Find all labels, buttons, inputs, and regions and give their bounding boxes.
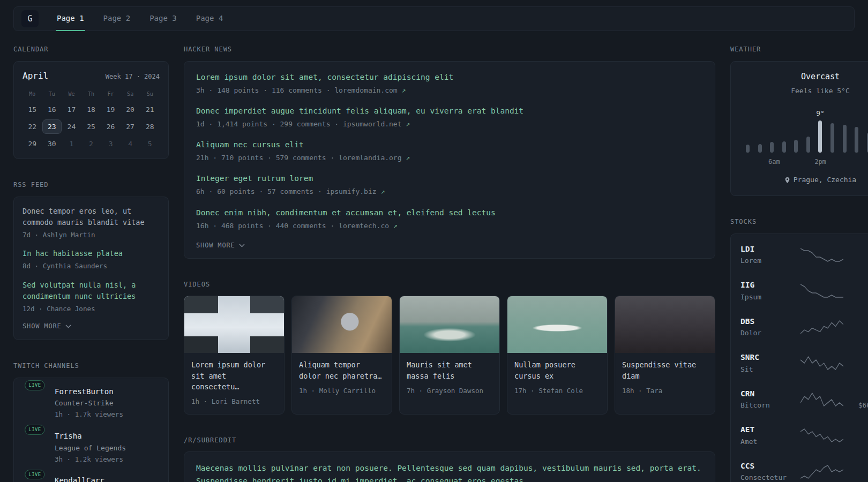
post-title-link[interactable]: Maecenas mollis pulvinar erat non posuer… <box>196 462 703 482</box>
story-title-link[interactable]: Donec enim nibh, condimentum et accumsan… <box>196 208 496 217</box>
video-card[interactable]: Lorem ipsum dolor sit amet consectetu… 1… <box>184 296 285 414</box>
video-card[interactable]: Mauris sit amet massa felis 7h · Grayson… <box>399 296 500 414</box>
weather-card: Overcast Feels like 5°C 9° 6am2pm10pm Pr… <box>730 61 868 196</box>
stock-name: Bitcorn <box>740 401 795 410</box>
video-info: Aliquam tempor dolor nec pharetra… 1h · … <box>292 353 392 403</box>
location-label: Prague, Czechia <box>794 175 856 185</box>
calendar-card: April Week 17 · 2024 MoTuWeThFrSaSu 1516… <box>13 61 169 159</box>
temperature-bar <box>746 145 750 153</box>
stock-values: +1.36% $148.64 <box>849 352 868 374</box>
story: Aliquam nec cursus elit 21h · 710 points… <box>196 139 703 163</box>
weather-chart: 9° 6am2pm10pm <box>746 120 868 165</box>
chevron-down-icon <box>65 325 71 328</box>
weather-widget: WEATHER Overcast Feels like 5°C 9° 6am2p… <box>730 45 868 196</box>
stock-change: +0.92% <box>849 425 868 435</box>
stock-row[interactable]: IIG Ipsum +2.84% $42.04 <box>739 273 868 308</box>
chevron-down-icon <box>239 244 245 247</box>
rss-item-link[interactable]: Donec tempor eros leo, ut commodo mauris… <box>23 206 160 228</box>
time-tick: 2pm <box>814 157 826 167</box>
story-source-link[interactable]: loremlandia.org ↗ <box>339 154 410 162</box>
stock-values: +2.84% $42.04 <box>849 280 868 302</box>
show-more-button[interactable]: SHOW MORE <box>23 322 71 331</box>
time-tick: 6am <box>768 157 780 167</box>
stock-price: $156.28 <box>849 328 868 338</box>
video-card[interactable]: Suspendisse vitae diam 18h · Tara <box>615 296 715 414</box>
stock-row[interactable]: LDI Lorem +4.35% $795.18 <box>739 237 868 273</box>
videos-widget: VIDEOS Lorem ipsum dolor sit amet consec… <box>184 280 715 415</box>
stock-row[interactable]: SNRC Sit +1.36% $148.64 <box>739 345 868 381</box>
calendar-day: 29 <box>23 137 42 151</box>
show-more-button[interactable]: SHOW MORE <box>196 241 245 250</box>
stock-row[interactable]: DBS Dolor +1.42% $156.28 <box>739 309 868 345</box>
video-meta: 17h · Stefan Cole <box>514 386 600 396</box>
video-card[interactable]: Aliquam tempor dolor nec pharetra… 1h · … <box>291 296 392 414</box>
video-meta: 18h · Tara <box>622 386 708 396</box>
left-column: CALENDAR April Week 17 · 2024 MoTuWeThFr… <box>13 45 169 482</box>
stock-id: LDI Lorem <box>740 244 795 266</box>
story-title-link[interactable]: Lorem ipsum dolor sit amet, consectetur … <box>196 73 453 81</box>
video-thumbnail <box>292 296 392 353</box>
rss-item-meta: 8d · Cynthia Saunders <box>23 261 160 271</box>
story-domain: loremlandia.org <box>339 154 401 162</box>
page-tab[interactable]: Page 2 <box>102 7 132 31</box>
subreddit-post-list: Maecenas mollis pulvinar erat non posuer… <box>196 462 703 482</box>
temperature-bar <box>830 123 834 153</box>
calendar-month: April <box>23 70 48 82</box>
videos-section-title: VIDEOS <box>184 280 715 289</box>
external-link-icon: ↗ <box>406 120 410 128</box>
temperature-bars <box>746 120 868 153</box>
calendar-day: 30 <box>42 137 62 151</box>
stocks-section-title: STOCKS <box>730 217 868 227</box>
stock-row[interactable]: AET Amet +0.92% $499.72 <box>739 417 868 453</box>
calendar-day: 3 <box>101 137 121 151</box>
show-more-label: SHOW MORE <box>196 241 235 250</box>
channel-name: Trisha <box>55 431 126 442</box>
map-pin-icon <box>784 177 790 184</box>
live-badge: LIVE <box>25 425 44 435</box>
channel-viewers: 1h · 1.7k viewers <box>55 410 123 419</box>
story-title-link[interactable]: Integer eget rutrum lorem <box>196 174 313 183</box>
stock-price: $42.04 <box>849 292 868 302</box>
calendar-day: 1 <box>62 137 81 151</box>
story-source-link[interactable]: ipsumworld.net ↗ <box>343 120 410 128</box>
story-source-link[interactable]: ipsumify.biz ↗ <box>326 187 385 195</box>
page-tab[interactable]: Page 1 <box>56 7 85 31</box>
calendar-day: 15 <box>23 102 42 117</box>
dashboard-content: CALENDAR April Week 17 · 2024 MoTuWeThFr… <box>0 31 868 482</box>
video-card[interactable]: Nullam posuere cursus ex 17h · Stefan Co… <box>507 296 608 414</box>
twitch-channel[interactable]: LIVE KendallCarr <box>23 476 160 482</box>
time-axis: 6am2pm10pm <box>746 157 868 165</box>
logo[interactable]: G <box>21 10 39 27</box>
story-source-link[interactable]: loremtech.co ↗ <box>339 222 398 230</box>
stock-sparkline <box>800 464 843 480</box>
rss-item-link[interactable]: Sed volutpat nulla nisl, a condimentum n… <box>23 280 160 302</box>
page-tab[interactable]: Page 4 <box>195 7 225 31</box>
stock-price: $795.18 <box>849 256 868 266</box>
calendar-day: 19 <box>101 102 121 117</box>
page-tab[interactable]: Page 3 <box>148 7 178 31</box>
stock-row[interactable]: CRN Bitcorn -1.00% $66,171.48 <box>739 381 868 417</box>
story-stats: 1d · 1,414 points · 299 comments · <box>196 120 343 128</box>
show-more-label: SHOW MORE <box>23 322 62 331</box>
story-title-link[interactable]: Aliquam nec cursus elit <box>196 140 304 149</box>
stock-row[interactable]: CCS Consectetur +0.51% $165.84 <box>739 454 868 482</box>
calendar-day: 21 <box>140 102 160 117</box>
stock-name: Dolor <box>740 328 795 338</box>
calendar-day-header: We <box>62 91 81 98</box>
twitch-channel[interactable]: LIVE Trisha League of Legends 3h · 1.2k … <box>23 431 160 464</box>
stock-change: +2.84% <box>849 280 868 291</box>
calendar-day: 26 <box>101 119 121 134</box>
calendar-day: 18 <box>81 102 101 117</box>
story-domain: loremdomain.com <box>334 86 397 94</box>
channel-game: League of Legends <box>55 443 126 453</box>
story-source-link[interactable]: loremdomain.com ↗ <box>334 86 406 94</box>
temperature-bar <box>770 142 774 153</box>
video-info: Lorem ipsum dolor sit amet consectetu… 1… <box>184 353 284 413</box>
rss-item-link[interactable]: In hac habitasse platea <box>23 248 160 259</box>
story-title-link[interactable]: Donec imperdiet augue tincidunt felis al… <box>196 107 523 115</box>
calendar-day-header: Su <box>140 91 160 98</box>
story: Donec enim nibh, condimentum et accumsan… <box>196 207 703 231</box>
calendar-day: 5 <box>140 137 160 151</box>
twitch-channel[interactable]: LIVE ForrestBurton Counter-Strike 1h · 1… <box>23 387 160 419</box>
calendar-day-header: Fr <box>101 91 121 98</box>
